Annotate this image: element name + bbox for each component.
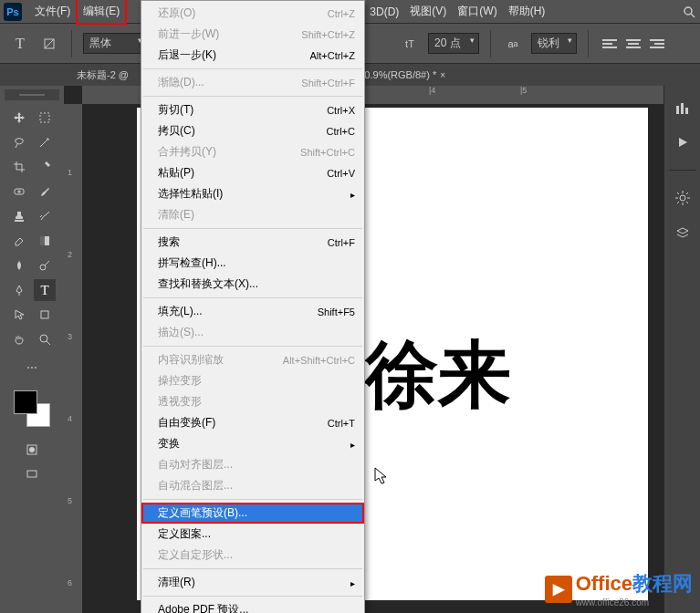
zoom-tool[interactable] (34, 328, 56, 350)
shape-tool[interactable] (34, 304, 56, 326)
menu-edit[interactable]: 编辑(E) (76, 0, 127, 25)
layers-icon[interactable] (672, 222, 694, 244)
canvas-text-content: 徐来 (365, 327, 511, 425)
stamp-tool[interactable] (8, 205, 30, 227)
svg-line-26 (677, 192, 679, 194)
menu-item: 定义自定形状... (141, 545, 364, 566)
svg-rect-4 (40, 113, 49, 122)
menu-item: 还原(O)Ctrl+Z (141, 3, 364, 24)
font-family-dropdown[interactable]: 黑体 (83, 33, 147, 54)
menu-item: 清除(E) (141, 204, 364, 225)
menu-item[interactable]: 后退一步(K)Alt+Ctrl+Z (141, 45, 364, 66)
color-swatches[interactable] (14, 390, 50, 427)
svg-line-14 (47, 341, 50, 345)
svg-point-21 (680, 195, 685, 201)
tab-doc1[interactable]: 未标题-2 @ (77, 68, 129, 82)
wand-tool[interactable] (34, 131, 56, 153)
dodge-tool[interactable] (34, 255, 56, 276)
menu-item[interactable]: Adobe PDF 预设... (141, 599, 364, 613)
artboard-tool[interactable] (34, 107, 56, 129)
align-right-button[interactable] (647, 35, 667, 53)
menu-item: 渐隐(D)...Shift+Ctrl+F (141, 72, 364, 93)
hand-tool[interactable] (8, 328, 30, 350)
menu-item: 透视变形 (141, 391, 364, 412)
svg-rect-12 (41, 311, 48, 318)
svg-rect-18 (676, 106, 679, 114)
toolbox-grip[interactable] (5, 89, 59, 100)
right-panel (663, 86, 700, 613)
menu-window[interactable]: 窗口(W) (452, 0, 502, 23)
menu-help[interactable]: 帮助(H) (503, 0, 551, 23)
align-left-button[interactable] (600, 35, 620, 53)
menu-item[interactable]: 剪切(T)Ctrl+X (141, 99, 364, 120)
eraser-tool[interactable] (8, 230, 30, 252)
toolbox: T ⋯ (0, 86, 64, 613)
svg-line-28 (677, 202, 679, 203)
menu-item[interactable]: 清理(R) (141, 572, 364, 593)
menu-item: 操控变形 (141, 370, 364, 391)
svg-line-27 (686, 202, 688, 203)
path-select-tool[interactable] (8, 304, 30, 326)
watermark-text1: Office (576, 572, 632, 595)
menu-item[interactable]: 自由变换(F)Ctrl+T (141, 412, 364, 433)
svg-point-13 (40, 335, 47, 342)
menu-item[interactable]: 填充(L)...Shift+F5 (141, 301, 364, 322)
menu-item[interactable]: 定义画笔预设(B)... (141, 503, 364, 524)
menu-item[interactable]: 搜索Ctrl+F (141, 232, 364, 253)
watermark: ▶ Office教程网 www.office26.com (545, 570, 693, 608)
menu-item: 自动混合图层... (141, 475, 364, 496)
more-tools[interactable]: ⋯ (21, 357, 43, 379)
gradient-tool[interactable] (34, 230, 56, 252)
watermark-url: www.office26.com (576, 597, 693, 608)
foreground-color[interactable] (14, 390, 37, 414)
edit-menu-dropdown: 还原(O)Ctrl+Z前进一步(W)Shift+Ctrl+Z后退一步(K)Alt… (141, 0, 365, 613)
menu-item[interactable]: 查找和替换文本(X)... (141, 274, 364, 295)
play-icon[interactable] (672, 131, 694, 153)
align-center-button[interactable] (623, 35, 643, 53)
menu-item: 前进一步(W)Shift+Ctrl+Z (141, 24, 364, 45)
menu-item[interactable]: 变换 (141, 433, 364, 454)
type-tool[interactable]: T (34, 279, 56, 301)
svg-rect-9 (40, 236, 45, 245)
crop-tool[interactable] (8, 156, 30, 178)
svg-line-29 (686, 192, 688, 194)
menu-item: 自动对齐图层... (141, 454, 364, 475)
close-icon[interactable]: × (440, 70, 445, 80)
menu-item[interactable]: 粘贴(P)Ctrl+V (141, 162, 364, 183)
menu-item: 内容识别缩放Alt+Shift+Ctrl+C (141, 349, 364, 370)
blur-tool[interactable] (8, 255, 30, 276)
heal-tool[interactable] (8, 181, 30, 203)
panel-icon-1[interactable] (672, 97, 694, 119)
antialias-dropdown[interactable]: 锐利 (531, 33, 577, 54)
menu-file[interactable]: 文件(F) (29, 0, 76, 23)
search-icon[interactable] (678, 1, 700, 23)
brush-tool[interactable] (34, 181, 56, 203)
move-tool[interactable] (8, 107, 30, 129)
quickmask-icon[interactable] (21, 439, 43, 461)
menu-item[interactable]: 拼写检查(H)... (141, 253, 364, 274)
ps-logo: Ps (4, 3, 22, 21)
menu-item[interactable]: 定义图案... (141, 524, 364, 545)
menu-view[interactable]: 视图(V) (404, 0, 452, 23)
ruler-vertical: 1 2 3 4 5 6 (64, 104, 82, 613)
orientation-icon[interactable] (38, 33, 60, 55)
svg-rect-19 (681, 103, 684, 114)
antialias-icon: aa (502, 33, 524, 55)
svg-line-3 (45, 39, 54, 48)
eyedropper-tool[interactable] (34, 156, 56, 178)
font-size-dropdown[interactable]: 20 点 (428, 33, 479, 54)
menu-item: 合并拷贝(Y)Shift+Ctrl+C (141, 141, 364, 162)
svg-point-16 (29, 447, 35, 452)
history-brush-tool[interactable] (34, 205, 56, 227)
menu-3d[interactable]: 3D(D) (364, 2, 404, 22)
menu-item[interactable]: 选择性粘贴(I) (141, 183, 364, 204)
lasso-tool[interactable] (8, 131, 30, 153)
text-tool-icon: T (9, 33, 31, 55)
svg-line-11 (45, 261, 49, 265)
menu-item[interactable]: 拷贝(C)Ctrl+C (141, 120, 364, 141)
menu-item: 描边(S)... (141, 322, 364, 343)
svg-point-0 (684, 7, 692, 15)
gear-icon[interactable] (672, 187, 694, 209)
pen-tool[interactable] (8, 279, 30, 301)
screenmode-icon[interactable] (21, 463, 43, 485)
